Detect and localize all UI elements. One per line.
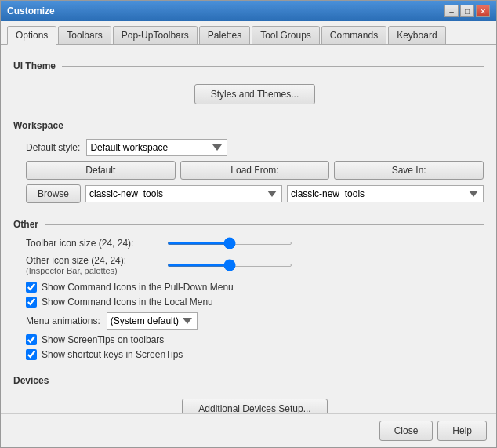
tab-bar: Options Toolbars Pop-UpToolbars Palettes…: [1, 21, 496, 45]
tab-options[interactable]: Options: [7, 26, 56, 45]
show-command-icons-pulldown-label: Show Command Icons in the Pull-Down Menu: [42, 282, 234, 293]
other-icon-size-label-container: Other icon size (24, 24): (Inspector Bar…: [26, 255, 167, 275]
default-style-select[interactable]: Default workspace: [86, 139, 227, 156]
default-style-row: Default style: Default workspace: [26, 139, 484, 156]
show-screentips-label: Show ScreenTips on toolbars: [42, 334, 164, 345]
tab-tool-groups[interactable]: Tool Groups: [252, 26, 320, 44]
show-screentips-row: Show ScreenTips on toolbars: [26, 334, 484, 345]
show-shortcut-keys-checkbox[interactable]: [26, 349, 37, 360]
workspace-section-header: Workspace: [13, 120, 484, 131]
ui-theme-section-header: UI Theme: [13, 60, 484, 71]
show-shortcut-keys-label: Show shortcut keys in ScreenTips: [42, 349, 183, 360]
additional-devices-button[interactable]: Additional Devices Setup...: [182, 399, 327, 413]
tab-keyboard[interactable]: Keyboard: [388, 26, 445, 44]
tab-content: UI Theme Styles and Themes... Workspace …: [1, 45, 496, 413]
minimize-button[interactable]: –: [444, 5, 459, 17]
toolbar-icon-size-slider[interactable]: [167, 242, 292, 245]
show-command-icons-local-checkbox[interactable]: [26, 297, 37, 308]
show-command-icons-pulldown-row: Show Command Icons in the Pull-Down Menu: [26, 282, 484, 293]
other-section: Toolbar icon size (24, 24): Other icon s…: [13, 233, 484, 369]
menu-animations-label: Menu animations:: [26, 315, 100, 326]
window-title: Customize: [7, 5, 55, 16]
load-from-button[interactable]: Load From:: [180, 161, 330, 180]
default-button[interactable]: Default: [26, 161, 176, 180]
other-icon-size-sublabel: (Inspector Bar, palettes): [26, 266, 167, 275]
show-shortcut-keys-row: Show shortcut keys in ScreenTips: [26, 349, 484, 360]
title-bar-controls: – □ ✕: [444, 5, 490, 17]
tab-commands[interactable]: Commands: [321, 26, 386, 44]
workspace-dropdown2[interactable]: classic-new_tools: [287, 185, 484, 202]
default-style-label: Default style:: [26, 142, 80, 153]
styles-and-themes-button[interactable]: Styles and Themes...: [194, 84, 316, 104]
other-icon-size-label: Other icon size (24, 24):: [26, 255, 167, 266]
tab-palettes[interactable]: Palettes: [199, 26, 250, 44]
show-command-icons-local-row: Show Command Icons in the Local Menu: [26, 297, 484, 308]
toolbar-icon-size-row: Toolbar icon size (24, 24):: [26, 238, 484, 249]
other-icon-size-row: Other icon size (24, 24): (Inspector Bar…: [26, 255, 484, 275]
ui-theme-section: Styles and Themes...: [13, 75, 484, 114]
save-in-button[interactable]: Save In:: [334, 161, 484, 180]
customize-window: Customize – □ ✕ Options Toolbars Pop-UpT…: [0, 0, 497, 448]
show-screentips-checkbox[interactable]: [26, 334, 37, 345]
other-section-header: Other: [13, 219, 484, 230]
close-button[interactable]: Close: [379, 421, 434, 441]
browse-button[interactable]: Browse: [26, 184, 81, 203]
show-command-icons-pulldown-checkbox[interactable]: [26, 282, 37, 293]
devices-section: Additional Devices Setup...: [13, 389, 484, 413]
help-button[interactable]: Help: [437, 421, 487, 441]
maximize-button[interactable]: □: [460, 5, 474, 17]
title-bar: Customize – □ ✕: [1, 1, 496, 21]
show-command-icons-local-label: Show Command Icons in the Local Menu: [42, 297, 213, 308]
tab-toolbars[interactable]: Toolbars: [58, 26, 111, 44]
workspace-section: Default style: Default workspace Default…: [13, 134, 484, 213]
other-icon-size-slider[interactable]: [167, 264, 292, 267]
menu-animations-select[interactable]: (System default): [107, 312, 198, 330]
workspace-dropdown1[interactable]: classic-new_tools: [85, 185, 282, 202]
devices-section-header: Devices: [13, 375, 484, 386]
toolbar-icon-size-label: Toolbar icon size (24, 24):: [26, 238, 167, 249]
close-window-button[interactable]: ✕: [476, 5, 490, 17]
workspace-buttons-row: Default Load From: Save In:: [26, 161, 484, 180]
footer: Close Help: [1, 413, 496, 447]
tab-popup-toolbars[interactable]: Pop-UpToolbars: [113, 26, 198, 44]
menu-animations-row: Menu animations: (System default): [26, 312, 484, 330]
browse-row: Browse classic-new_tools classic-new_too…: [26, 184, 484, 203]
